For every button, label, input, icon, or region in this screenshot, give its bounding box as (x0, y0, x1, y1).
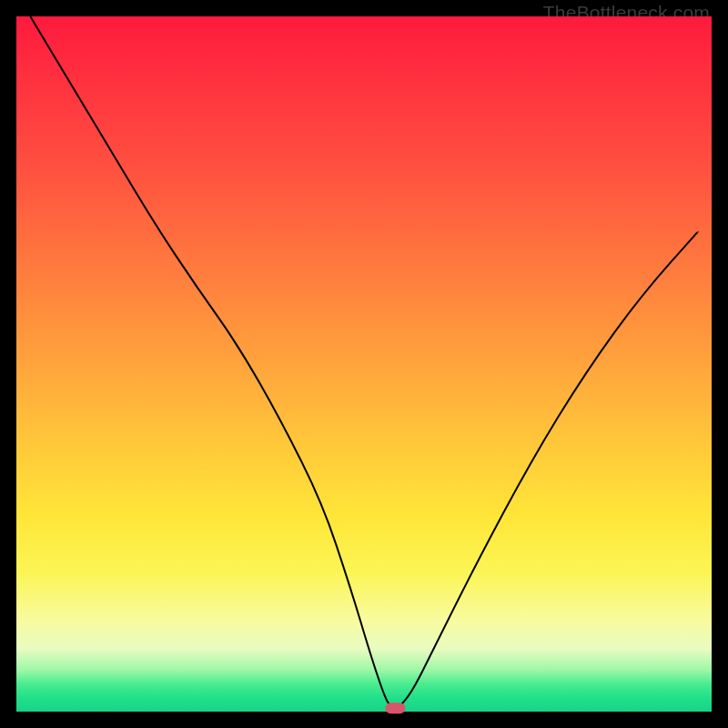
bottleneck-curve (30, 16, 697, 708)
plot-area (16, 16, 712, 712)
chart-frame: TheBottleneck.com (0, 0, 728, 728)
minimum-marker (385, 703, 405, 713)
plot-svg (16, 16, 712, 712)
